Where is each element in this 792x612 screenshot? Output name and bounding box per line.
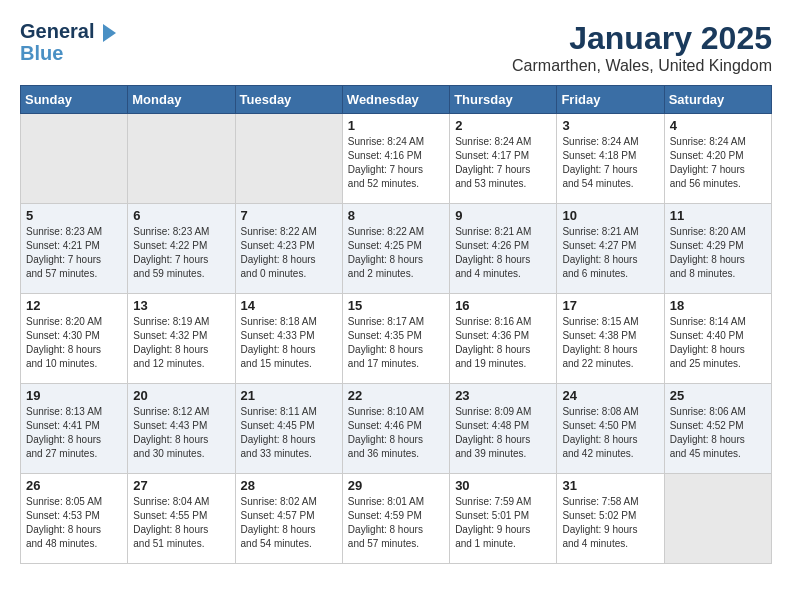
calendar-week-4: 19Sunrise: 8:13 AM Sunset: 4:41 PM Dayli…	[21, 384, 772, 474]
day-info: Sunrise: 8:24 AM Sunset: 4:20 PM Dayligh…	[670, 135, 766, 191]
day-number: 30	[455, 478, 551, 493]
day-info: Sunrise: 8:20 AM Sunset: 4:29 PM Dayligh…	[670, 225, 766, 281]
calendar-day-17: 17Sunrise: 8:15 AM Sunset: 4:38 PM Dayli…	[557, 294, 664, 384]
calendar-day-13: 13Sunrise: 8:19 AM Sunset: 4:32 PM Dayli…	[128, 294, 235, 384]
day-info: Sunrise: 8:05 AM Sunset: 4:53 PM Dayligh…	[26, 495, 122, 551]
calendar-day-21: 21Sunrise: 8:11 AM Sunset: 4:45 PM Dayli…	[235, 384, 342, 474]
calendar-day-23: 23Sunrise: 8:09 AM Sunset: 4:48 PM Dayli…	[450, 384, 557, 474]
day-number: 28	[241, 478, 337, 493]
day-number: 10	[562, 208, 658, 223]
day-number: 17	[562, 298, 658, 313]
calendar-week-1: 1Sunrise: 8:24 AM Sunset: 4:16 PM Daylig…	[21, 114, 772, 204]
day-number: 18	[670, 298, 766, 313]
day-number: 9	[455, 208, 551, 223]
day-info: Sunrise: 8:24 AM Sunset: 4:18 PM Dayligh…	[562, 135, 658, 191]
month-title: January 2025	[512, 20, 772, 57]
calendar-day-22: 22Sunrise: 8:10 AM Sunset: 4:46 PM Dayli…	[342, 384, 449, 474]
day-info: Sunrise: 8:01 AM Sunset: 4:59 PM Dayligh…	[348, 495, 444, 551]
calendar-week-2: 5Sunrise: 8:23 AM Sunset: 4:21 PM Daylig…	[21, 204, 772, 294]
day-number: 21	[241, 388, 337, 403]
calendar-day-29: 29Sunrise: 8:01 AM Sunset: 4:59 PM Dayli…	[342, 474, 449, 564]
day-number: 4	[670, 118, 766, 133]
calendar-day-15: 15Sunrise: 8:17 AM Sunset: 4:35 PM Dayli…	[342, 294, 449, 384]
day-number: 3	[562, 118, 658, 133]
weekday-header-monday: Monday	[128, 86, 235, 114]
calendar-day-30: 30Sunrise: 7:59 AM Sunset: 5:01 PM Dayli…	[450, 474, 557, 564]
calendar-day-8: 8Sunrise: 8:22 AM Sunset: 4:25 PM Daylig…	[342, 204, 449, 294]
weekday-header-thursday: Thursday	[450, 86, 557, 114]
calendar-day-14: 14Sunrise: 8:18 AM Sunset: 4:33 PM Dayli…	[235, 294, 342, 384]
day-info: Sunrise: 8:09 AM Sunset: 4:48 PM Dayligh…	[455, 405, 551, 461]
day-number: 8	[348, 208, 444, 223]
calendar-day-3: 3Sunrise: 8:24 AM Sunset: 4:18 PM Daylig…	[557, 114, 664, 204]
calendar-day-5: 5Sunrise: 8:23 AM Sunset: 4:21 PM Daylig…	[21, 204, 128, 294]
day-number: 13	[133, 298, 229, 313]
weekday-header-friday: Friday	[557, 86, 664, 114]
calendar-day-31: 31Sunrise: 7:58 AM Sunset: 5:02 PM Dayli…	[557, 474, 664, 564]
calendar-day-20: 20Sunrise: 8:12 AM Sunset: 4:43 PM Dayli…	[128, 384, 235, 474]
logo-text: General Blue	[20, 20, 116, 64]
day-info: Sunrise: 8:22 AM Sunset: 4:25 PM Dayligh…	[348, 225, 444, 281]
calendar-day-26: 26Sunrise: 8:05 AM Sunset: 4:53 PM Dayli…	[21, 474, 128, 564]
calendar-day-11: 11Sunrise: 8:20 AM Sunset: 4:29 PM Dayli…	[664, 204, 771, 294]
day-number: 27	[133, 478, 229, 493]
day-info: Sunrise: 8:24 AM Sunset: 4:16 PM Dayligh…	[348, 135, 444, 191]
day-info: Sunrise: 8:12 AM Sunset: 4:43 PM Dayligh…	[133, 405, 229, 461]
calendar-day-4: 4Sunrise: 8:24 AM Sunset: 4:20 PM Daylig…	[664, 114, 771, 204]
day-number: 14	[241, 298, 337, 313]
calendar-day-6: 6Sunrise: 8:23 AM Sunset: 4:22 PM Daylig…	[128, 204, 235, 294]
day-info: Sunrise: 7:58 AM Sunset: 5:02 PM Dayligh…	[562, 495, 658, 551]
day-info: Sunrise: 8:20 AM Sunset: 4:30 PM Dayligh…	[26, 315, 122, 371]
day-number: 16	[455, 298, 551, 313]
day-info: Sunrise: 8:13 AM Sunset: 4:41 PM Dayligh…	[26, 405, 122, 461]
calendar-table: SundayMondayTuesdayWednesdayThursdayFrid…	[20, 85, 772, 564]
calendar-empty-cell	[235, 114, 342, 204]
day-info: Sunrise: 8:19 AM Sunset: 4:32 PM Dayligh…	[133, 315, 229, 371]
calendar-day-7: 7Sunrise: 8:22 AM Sunset: 4:23 PM Daylig…	[235, 204, 342, 294]
location-subtitle: Carmarthen, Wales, United Kingdom	[512, 57, 772, 75]
day-number: 2	[455, 118, 551, 133]
day-number: 15	[348, 298, 444, 313]
day-info: Sunrise: 7:59 AM Sunset: 5:01 PM Dayligh…	[455, 495, 551, 551]
day-info: Sunrise: 8:24 AM Sunset: 4:17 PM Dayligh…	[455, 135, 551, 191]
day-number: 31	[562, 478, 658, 493]
calendar-day-27: 27Sunrise: 8:04 AM Sunset: 4:55 PM Dayli…	[128, 474, 235, 564]
day-info: Sunrise: 8:15 AM Sunset: 4:38 PM Dayligh…	[562, 315, 658, 371]
weekday-header-saturday: Saturday	[664, 86, 771, 114]
day-info: Sunrise: 8:06 AM Sunset: 4:52 PM Dayligh…	[670, 405, 766, 461]
day-number: 25	[670, 388, 766, 403]
calendar-day-16: 16Sunrise: 8:16 AM Sunset: 4:36 PM Dayli…	[450, 294, 557, 384]
day-number: 6	[133, 208, 229, 223]
logo: General Blue	[20, 20, 116, 64]
day-number: 26	[26, 478, 122, 493]
day-number: 20	[133, 388, 229, 403]
page-header: General Blue January 2025 Carmarthen, Wa…	[20, 20, 772, 75]
day-info: Sunrise: 8:10 AM Sunset: 4:46 PM Dayligh…	[348, 405, 444, 461]
calendar-day-19: 19Sunrise: 8:13 AM Sunset: 4:41 PM Dayli…	[21, 384, 128, 474]
day-info: Sunrise: 8:23 AM Sunset: 4:22 PM Dayligh…	[133, 225, 229, 281]
day-info: Sunrise: 8:18 AM Sunset: 4:33 PM Dayligh…	[241, 315, 337, 371]
day-info: Sunrise: 8:22 AM Sunset: 4:23 PM Dayligh…	[241, 225, 337, 281]
weekday-header-tuesday: Tuesday	[235, 86, 342, 114]
day-number: 7	[241, 208, 337, 223]
day-info: Sunrise: 8:23 AM Sunset: 4:21 PM Dayligh…	[26, 225, 122, 281]
day-info: Sunrise: 8:02 AM Sunset: 4:57 PM Dayligh…	[241, 495, 337, 551]
calendar-day-1: 1Sunrise: 8:24 AM Sunset: 4:16 PM Daylig…	[342, 114, 449, 204]
day-number: 11	[670, 208, 766, 223]
day-number: 23	[455, 388, 551, 403]
day-info: Sunrise: 8:11 AM Sunset: 4:45 PM Dayligh…	[241, 405, 337, 461]
day-number: 24	[562, 388, 658, 403]
calendar-week-5: 26Sunrise: 8:05 AM Sunset: 4:53 PM Dayli…	[21, 474, 772, 564]
calendar-day-25: 25Sunrise: 8:06 AM Sunset: 4:52 PM Dayli…	[664, 384, 771, 474]
calendar-week-3: 12Sunrise: 8:20 AM Sunset: 4:30 PM Dayli…	[21, 294, 772, 384]
day-info: Sunrise: 8:14 AM Sunset: 4:40 PM Dayligh…	[670, 315, 766, 371]
weekday-header-wednesday: Wednesday	[342, 86, 449, 114]
day-number: 1	[348, 118, 444, 133]
day-number: 19	[26, 388, 122, 403]
calendar-day-2: 2Sunrise: 8:24 AM Sunset: 4:17 PM Daylig…	[450, 114, 557, 204]
day-info: Sunrise: 8:16 AM Sunset: 4:36 PM Dayligh…	[455, 315, 551, 371]
day-info: Sunrise: 8:21 AM Sunset: 4:26 PM Dayligh…	[455, 225, 551, 281]
day-info: Sunrise: 8:08 AM Sunset: 4:50 PM Dayligh…	[562, 405, 658, 461]
calendar-empty-cell	[664, 474, 771, 564]
day-info: Sunrise: 8:04 AM Sunset: 4:55 PM Dayligh…	[133, 495, 229, 551]
